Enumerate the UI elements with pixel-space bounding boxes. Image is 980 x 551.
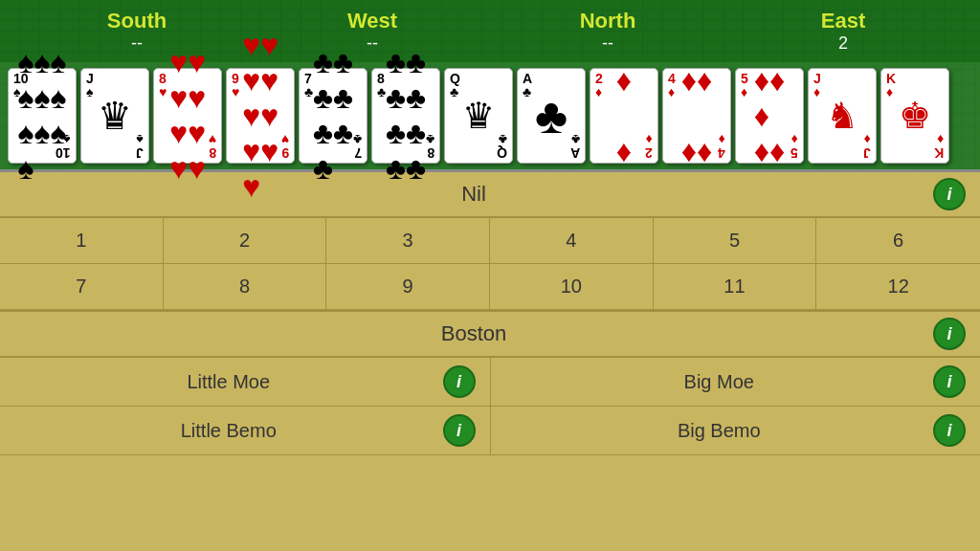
- bid-10[interactable]: 10: [490, 264, 654, 310]
- little-moe-label: Little Moe: [14, 371, 443, 393]
- card-9h[interactable]: 9♥ ♥♥♥♥♥♥♥♥♥ 9♥: [226, 68, 295, 164]
- nil-label: Nil: [14, 182, 933, 207]
- bidding-area: Nil i 1 2 3 4 5 6 7 8 9 10 11 12 Boston …: [0, 172, 980, 455]
- big-bemo-label: Big Bemo: [505, 420, 934, 442]
- numbers-grid: 1 2 3 4 5 6 7 8 9 10 11 12: [0, 218, 980, 312]
- card-js[interactable]: J♠ ♛ J♠: [80, 68, 149, 164]
- header: South -- West -- North -- East 2: [0, 0, 980, 62]
- west-name: West: [255, 9, 490, 33]
- bid-9[interactable]: 9: [326, 264, 490, 310]
- card-jd[interactable]: J♦ ♞ J♦: [808, 68, 877, 164]
- nil-row: Nil i: [0, 172, 980, 218]
- big-bemo-cell[interactable]: Big Bemo i: [491, 407, 981, 454]
- player-east: East 2: [725, 9, 961, 54]
- card-7c[interactable]: 7♣ ♣♣♣♣♣♣♣ 7♣: [299, 68, 368, 164]
- little-bemo-cell[interactable]: Little Bemo i: [0, 407, 491, 454]
- card-kd[interactable]: K♦ ♚ K♦: [880, 68, 949, 164]
- cards-area: 10♠ ♠♠♠♠♠♠♠♠♠♠ 10♠ J♠ ♛ J♠ 8♥ ♥♥♥♥♥♥♥♥ 8…: [0, 62, 980, 172]
- big-moe-label: Big Moe: [505, 371, 934, 393]
- south-name: South: [19, 9, 255, 33]
- bid-11[interactable]: 11: [654, 264, 817, 310]
- card-4d[interactable]: 4♦ ♦♦♦♦ 4♦: [662, 68, 731, 164]
- bid-4[interactable]: 4: [490, 218, 654, 264]
- bid-2[interactable]: 2: [164, 218, 327, 264]
- card-ac[interactable]: A♣ ♣ A♣: [517, 68, 586, 164]
- north-name: North: [490, 9, 725, 33]
- west-score: --: [255, 33, 490, 54]
- big-moe-cell[interactable]: Big Moe i: [491, 358, 981, 406]
- north-score: --: [490, 33, 725, 54]
- little-moe-cell[interactable]: Little Moe i: [0, 358, 491, 406]
- card-2d[interactable]: 2♦ ♦♦ 2♦: [590, 68, 658, 164]
- little-moe-info-button[interactable]: i: [443, 365, 476, 398]
- bid-12[interactable]: 12: [816, 264, 980, 310]
- moe-row: Little Moe i Big Moe i: [0, 358, 980, 407]
- big-bemo-info-button[interactable]: i: [933, 414, 966, 447]
- boston-row: Boston i: [0, 312, 980, 358]
- east-name: East: [725, 9, 961, 33]
- bid-5[interactable]: 5: [654, 218, 817, 264]
- card-10s[interactable]: 10♠ ♠♠♠♠♠♠♠♠♠♠ 10♠: [8, 68, 77, 164]
- card-8h[interactable]: 8♥ ♥♥♥♥♥♥♥♥ 8♥: [153, 68, 222, 164]
- bid-8[interactable]: 8: [164, 264, 327, 310]
- east-score: 2: [725, 33, 961, 54]
- player-north: North --: [490, 9, 725, 54]
- boston-label: Boston: [14, 321, 933, 346]
- bid-3[interactable]: 3: [326, 218, 490, 264]
- boston-info-button[interactable]: i: [933, 318, 966, 350]
- card-5d[interactable]: 5♦ ♦♦♦♦♦ 5♦: [735, 68, 804, 164]
- nil-info-button[interactable]: i: [933, 178, 966, 210]
- bid-1[interactable]: 1: [0, 218, 164, 264]
- card-8c[interactable]: 8♣ ♣♣♣♣♣♣♣♣ 8♣: [371, 68, 440, 164]
- player-west: West --: [255, 9, 490, 54]
- little-bemo-info-button[interactable]: i: [443, 414, 476, 447]
- bemo-row: Little Bemo i Big Bemo i: [0, 407, 980, 455]
- card-qc[interactable]: Q♣ ♛ Q♣: [444, 68, 513, 164]
- little-bemo-label: Little Bemo: [14, 420, 443, 442]
- big-moe-info-button[interactable]: i: [933, 365, 966, 398]
- bid-7[interactable]: 7: [0, 264, 164, 310]
- bid-6[interactable]: 6: [816, 218, 980, 264]
